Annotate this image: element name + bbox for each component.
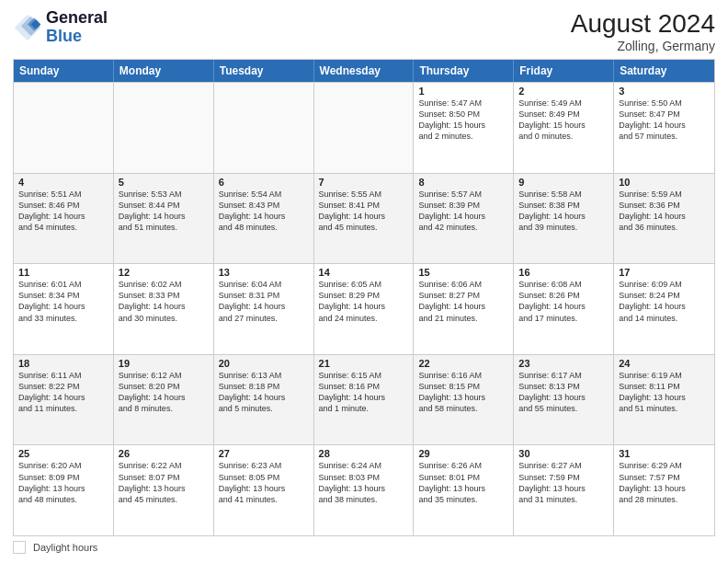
cal-cell-day: 17Sunrise: 6:09 AM Sunset: 8:24 PM Dayli… (614, 264, 714, 354)
cal-cell-day: 24Sunrise: 6:19 AM Sunset: 8:11 PM Dayli… (614, 355, 714, 445)
day-number: 24 (619, 358, 710, 369)
day-info: Sunrise: 6:23 AM Sunset: 8:05 PM Dayligh… (219, 460, 309, 505)
day-number: 21 (319, 358, 409, 369)
day-info: Sunrise: 6:19 AM Sunset: 8:11 PM Dayligh… (619, 370, 710, 415)
calendar-header: SundayMondayTuesdayWednesdayThursdayFrid… (14, 60, 714, 82)
cal-cell-empty (214, 83, 314, 173)
cal-cell-day: 16Sunrise: 6:08 AM Sunset: 8:26 PM Dayli… (514, 264, 614, 354)
cal-cell-day: 26Sunrise: 6:22 AM Sunset: 8:07 PM Dayli… (114, 445, 214, 535)
day-number: 18 (18, 358, 108, 369)
calendar: SundayMondayTuesdayWednesdayThursdayFrid… (13, 59, 715, 536)
legend: Daylight hours (13, 541, 715, 554)
cal-cell-day: 7Sunrise: 5:55 AM Sunset: 8:41 PM Daylig… (314, 174, 415, 264)
cal-cell-day: 2Sunrise: 5:49 AM Sunset: 8:49 PM Daylig… (514, 83, 614, 173)
cal-cell-day: 13Sunrise: 6:04 AM Sunset: 8:31 PM Dayli… (214, 264, 314, 354)
day-info: Sunrise: 5:55 AM Sunset: 8:41 PM Dayligh… (319, 189, 409, 234)
day-info: Sunrise: 6:04 AM Sunset: 8:31 PM Dayligh… (219, 279, 309, 324)
day-info: Sunrise: 5:49 AM Sunset: 8:49 PM Dayligh… (518, 98, 609, 143)
cal-cell-day: 18Sunrise: 6:11 AM Sunset: 8:22 PM Dayli… (14, 355, 114, 445)
day-number: 4 (18, 177, 108, 188)
day-number: 10 (619, 177, 710, 188)
cal-cell-day: 22Sunrise: 6:16 AM Sunset: 8:15 PM Dayli… (414, 355, 514, 445)
cal-cell-day: 12Sunrise: 6:02 AM Sunset: 8:33 PM Dayli… (114, 264, 214, 354)
logo: General Blue (13, 9, 108, 46)
cal-cell-day: 30Sunrise: 6:27 AM Sunset: 7:59 PM Dayli… (514, 445, 614, 535)
day-info: Sunrise: 6:16 AM Sunset: 8:15 PM Dayligh… (418, 370, 508, 415)
cal-cell-day: 21Sunrise: 6:15 AM Sunset: 8:16 PM Dayli… (314, 355, 415, 445)
day-info: Sunrise: 5:51 AM Sunset: 8:46 PM Dayligh… (18, 189, 108, 234)
day-info: Sunrise: 5:59 AM Sunset: 8:36 PM Dayligh… (619, 189, 710, 234)
logo-line2: Blue (46, 28, 108, 46)
day-info: Sunrise: 6:09 AM Sunset: 8:24 PM Dayligh… (619, 279, 710, 324)
day-number: 15 (418, 267, 508, 278)
day-info: Sunrise: 6:20 AM Sunset: 8:09 PM Dayligh… (18, 460, 108, 505)
cal-cell-day: 31Sunrise: 6:29 AM Sunset: 7:57 PM Dayli… (614, 445, 714, 535)
cal-cell-day: 15Sunrise: 6:06 AM Sunset: 8:27 PM Dayli… (414, 264, 514, 354)
day-info: Sunrise: 6:22 AM Sunset: 8:07 PM Dayligh… (119, 460, 209, 505)
day-info: Sunrise: 6:12 AM Sunset: 8:20 PM Dayligh… (119, 370, 209, 415)
day-number: 25 (18, 448, 108, 459)
logo-text: General Blue (46, 9, 108, 46)
legend-box (13, 541, 26, 554)
cal-cell-empty (314, 83, 415, 173)
day-number: 20 (219, 358, 309, 369)
day-info: Sunrise: 5:57 AM Sunset: 8:39 PM Dayligh… (418, 189, 508, 234)
day-info: Sunrise: 6:06 AM Sunset: 8:27 PM Dayligh… (418, 279, 508, 324)
cal-cell-day: 5Sunrise: 5:53 AM Sunset: 8:44 PM Daylig… (114, 174, 214, 264)
day-info: Sunrise: 6:26 AM Sunset: 8:01 PM Dayligh… (418, 460, 508, 505)
day-number: 31 (619, 448, 710, 459)
day-info: Sunrise: 6:27 AM Sunset: 7:59 PM Dayligh… (518, 460, 609, 505)
cal-cell-day: 19Sunrise: 6:12 AM Sunset: 8:20 PM Dayli… (114, 355, 214, 445)
cal-cell-day: 4Sunrise: 5:51 AM Sunset: 8:46 PM Daylig… (14, 174, 114, 264)
cal-header-day: Tuesday (214, 60, 314, 82)
day-info: Sunrise: 6:17 AM Sunset: 8:13 PM Dayligh… (518, 370, 609, 415)
cal-header-day: Friday (514, 60, 614, 82)
day-info: Sunrise: 5:53 AM Sunset: 8:44 PM Dayligh… (119, 189, 209, 234)
day-info: Sunrise: 6:13 AM Sunset: 8:18 PM Dayligh… (219, 370, 309, 415)
page: General Blue August 2024 Zolling, German… (0, 0, 728, 563)
day-number: 8 (418, 177, 508, 188)
location: Zolling, Germany (571, 39, 715, 53)
day-info: Sunrise: 6:01 AM Sunset: 8:34 PM Dayligh… (18, 279, 108, 324)
day-info: Sunrise: 6:05 AM Sunset: 8:29 PM Dayligh… (319, 279, 409, 324)
day-info: Sunrise: 5:58 AM Sunset: 8:38 PM Dayligh… (518, 189, 609, 234)
cal-cell-day: 10Sunrise: 5:59 AM Sunset: 8:36 PM Dayli… (614, 174, 714, 264)
day-number: 23 (518, 358, 609, 369)
day-number: 28 (319, 448, 409, 459)
cal-cell-day: 23Sunrise: 6:17 AM Sunset: 8:13 PM Dayli… (514, 355, 614, 445)
day-number: 16 (518, 267, 609, 278)
day-number: 3 (619, 86, 710, 97)
day-info: Sunrise: 6:11 AM Sunset: 8:22 PM Dayligh… (18, 370, 108, 415)
day-number: 13 (219, 267, 309, 278)
logo-icon (13, 13, 42, 42)
day-number: 5 (119, 177, 209, 188)
day-number: 26 (119, 448, 209, 459)
cal-cell-day: 3Sunrise: 5:50 AM Sunset: 8:47 PM Daylig… (614, 83, 714, 173)
cal-cell-day: 6Sunrise: 5:54 AM Sunset: 8:43 PM Daylig… (214, 174, 314, 264)
calendar-row: 25Sunrise: 6:20 AM Sunset: 8:09 PM Dayli… (14, 444, 714, 535)
cal-cell-day: 1Sunrise: 5:47 AM Sunset: 8:50 PM Daylig… (414, 83, 514, 173)
day-number: 19 (119, 358, 209, 369)
cal-cell-day: 25Sunrise: 6:20 AM Sunset: 8:09 PM Dayli… (14, 445, 114, 535)
day-number: 22 (418, 358, 508, 369)
day-info: Sunrise: 5:50 AM Sunset: 8:47 PM Dayligh… (619, 98, 710, 143)
day-info: Sunrise: 6:15 AM Sunset: 8:16 PM Dayligh… (319, 370, 409, 415)
day-number: 9 (518, 177, 609, 188)
day-number: 14 (319, 267, 409, 278)
cal-header-day: Saturday (614, 60, 714, 82)
cal-header-day: Monday (114, 60, 214, 82)
day-number: 12 (119, 267, 209, 278)
cal-cell-day: 11Sunrise: 6:01 AM Sunset: 8:34 PM Dayli… (14, 264, 114, 354)
calendar-row: 11Sunrise: 6:01 AM Sunset: 8:34 PM Dayli… (14, 263, 714, 354)
cal-cell-day: 20Sunrise: 6:13 AM Sunset: 8:18 PM Dayli… (214, 355, 314, 445)
day-number: 7 (319, 177, 409, 188)
cal-cell-empty (14, 83, 114, 173)
day-number: 27 (219, 448, 309, 459)
day-number: 17 (619, 267, 710, 278)
title-block: August 2024 Zolling, Germany (571, 9, 715, 53)
calendar-row: 18Sunrise: 6:11 AM Sunset: 8:22 PM Dayli… (14, 354, 714, 445)
day-info: Sunrise: 6:29 AM Sunset: 7:57 PM Dayligh… (619, 460, 710, 505)
day-number: 6 (219, 177, 309, 188)
day-info: Sunrise: 5:47 AM Sunset: 8:50 PM Dayligh… (418, 98, 508, 143)
legend-label: Daylight hours (33, 542, 97, 553)
